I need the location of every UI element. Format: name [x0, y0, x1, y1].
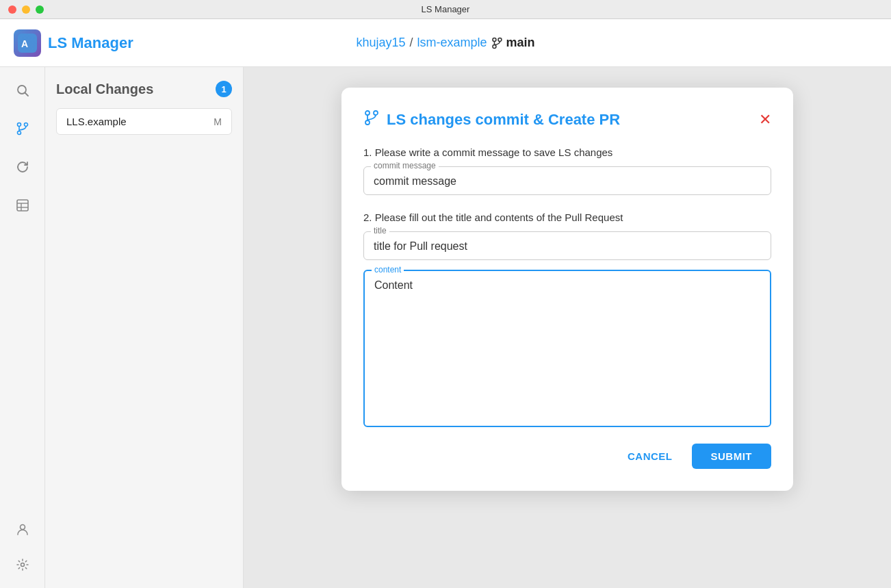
logo-icon: A	[14, 29, 41, 57]
svg-point-4	[493, 44, 496, 48]
minimize-button[interactable]	[22, 5, 30, 14]
modal-header: LS changes commit & Create PR ✕	[363, 110, 771, 130]
step2-label: 2. Please fill out the title and content…	[363, 212, 771, 223]
modal-close-button[interactable]: ✕	[759, 112, 771, 127]
step1-label: 1. Please write a commit message to save…	[363, 146, 771, 158]
panel-sidebar: Local Changes 1 LLS.example M	[45, 67, 244, 588]
pr-content-label: content	[372, 265, 404, 274]
svg-point-8	[24, 123, 27, 127]
svg-point-18	[365, 120, 370, 125]
maximize-button[interactable]	[36, 5, 44, 14]
repo-user-link[interactable]: khujay15	[356, 36, 405, 50]
window-controls	[8, 5, 44, 14]
app-name-label: LS Manager	[48, 34, 133, 52]
title-bar: LS Manager	[0, 0, 891, 19]
file-name: LLS.example	[66, 116, 127, 127]
svg-point-3	[498, 38, 502, 41]
commit-message-input[interactable]	[374, 175, 761, 188]
app-logo: A LS Manager	[14, 29, 133, 57]
sidebar-item-refresh[interactable]	[10, 155, 35, 179]
branch-info: main	[491, 36, 535, 50]
svg-point-2	[493, 38, 496, 41]
branch-name: main	[506, 36, 535, 50]
panel-title: Local Changes	[56, 81, 153, 97]
sidebar-item-search[interactable]	[10, 78, 35, 103]
svg-point-15	[21, 563, 24, 567]
commit-message-label: commit message	[371, 161, 439, 170]
submit-button[interactable]: SUBMIT	[692, 444, 772, 469]
sidebar-item-git[interactable]	[10, 116, 35, 141]
commit-modal: LS changes commit & Create PR ✕ 1. Pleas…	[341, 88, 793, 491]
modal-actions: CANCEL SUBMIT	[363, 444, 771, 469]
header-repo-info: khujay15 / lsm-example main	[356, 36, 534, 50]
svg-point-14	[20, 525, 25, 530]
modal-title-group: LS changes commit & Create PR	[363, 110, 620, 130]
pr-section: 2. Please fill out the title and content…	[363, 212, 771, 427]
file-status: M	[214, 116, 222, 127]
app-header: A LS Manager khujay15 / lsm-example	[0, 19, 891, 67]
main-layout: Local Changes 1 LLS.example M	[0, 67, 891, 588]
svg-point-7	[17, 123, 21, 127]
pr-content-field[interactable]: content Content	[363, 270, 771, 427]
svg-rect-10	[17, 200, 28, 211]
pr-content-input[interactable]: Content	[374, 279, 760, 416]
modal-title-icon	[363, 110, 380, 130]
commit-message-section: 1. Please write a commit message to save…	[363, 146, 771, 195]
pr-title-input[interactable]	[374, 240, 761, 253]
repo-separator: /	[410, 36, 413, 50]
sidebar-bottom-icons	[10, 517, 35, 577]
close-button[interactable]	[8, 5, 16, 14]
sidebar-item-table[interactable]	[10, 193, 35, 218]
branch-icon	[491, 36, 504, 49]
panel-header: Local Changes 1	[56, 81, 232, 97]
sidebar-item-user[interactable]	[10, 517, 35, 541]
modal-title: LS changes commit & Create PR	[387, 111, 620, 129]
svg-text:A: A	[21, 38, 28, 49]
file-list-item[interactable]: LLS.example M	[56, 108, 232, 135]
sidebar-item-settings[interactable]	[10, 552, 35, 577]
changes-badge: 1	[216, 81, 232, 97]
content-area: LS changes commit & Create PR ✕ 1. Pleas…	[244, 67, 891, 588]
svg-line-6	[25, 93, 28, 97]
svg-point-16	[365, 111, 370, 115]
icon-sidebar	[0, 67, 45, 588]
repo-name-link[interactable]: lsm-example	[417, 36, 487, 50]
svg-point-17	[374, 111, 378, 115]
pr-title-field[interactable]: title	[363, 231, 771, 260]
pr-title-label: title	[371, 226, 389, 235]
cancel-button[interactable]: CANCEL	[619, 445, 681, 468]
window-title: LS Manager	[422, 4, 470, 14]
svg-point-9	[17, 131, 21, 135]
commit-message-field[interactable]: commit message	[363, 166, 771, 195]
